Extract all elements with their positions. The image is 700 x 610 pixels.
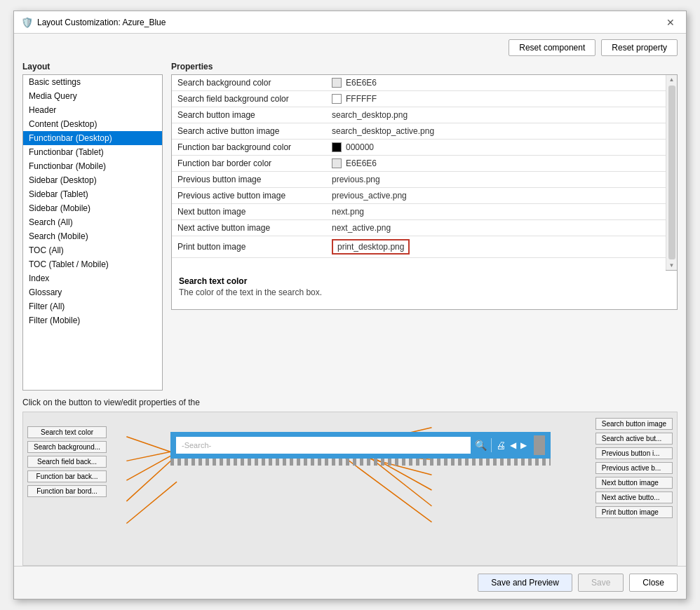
border-row xyxy=(170,459,551,466)
prop-name: Search background color xyxy=(172,75,326,91)
layout-label: Layout xyxy=(22,62,163,72)
layout-item-functionbar-tablet[interactable]: Functionbar (Tablet) xyxy=(23,145,162,159)
layout-item-media-query[interactable]: Media Query xyxy=(23,89,162,103)
svg-line-2 xyxy=(126,452,177,480)
print-icon: 🖨 xyxy=(496,440,506,451)
preview-section: Click on the button to view/edit propert… xyxy=(14,398,686,566)
properties-table: Search background color E6E6E6 Search fi… xyxy=(172,75,666,271)
main-content: Layout Basic settings Media Query Header… xyxy=(14,62,686,391)
properties-label: Properties xyxy=(171,62,678,72)
close-icon[interactable]: ✕ xyxy=(662,15,679,29)
prop-value: previous.png xyxy=(326,172,666,188)
prop-name: Function bar background color xyxy=(172,140,326,156)
left-annotations: Search text color Search background... S… xyxy=(27,426,107,497)
btn-previous-active-b[interactable]: Previous active b... xyxy=(595,462,673,474)
save-button[interactable]: Save xyxy=(578,574,624,592)
search-input[interactable] xyxy=(176,437,471,454)
layout-item-toc-all[interactable]: TOC (All) xyxy=(23,243,162,257)
prop-row-search-btn-img[interactable]: Search button image search_desktop.png xyxy=(172,107,666,123)
layout-item-content-desktop[interactable]: Content (Desktop) xyxy=(23,117,162,131)
prop-value: FFFFFF xyxy=(326,91,666,107)
prop-row-prev-active-btn-img[interactable]: Previous active button image previous_ac… xyxy=(172,188,666,204)
color-swatch-e6e6e6 xyxy=(332,78,342,88)
layout-item-filter-mobile[interactable]: Filter (Mobile) xyxy=(23,313,162,327)
right-panel: Properties Search background color E6E6E… xyxy=(171,62,678,391)
layout-item-toc-tablet-mobile[interactable]: TOC (Tablet / Mobile) xyxy=(23,257,162,271)
prop-value: E6E6E6 xyxy=(326,156,666,172)
layout-item-header[interactable]: Header xyxy=(23,103,162,117)
btn-search-text-color[interactable]: Search text color xyxy=(27,426,107,438)
btn-search-active-but[interactable]: Search active but... xyxy=(595,433,673,445)
description-title: Search text color xyxy=(179,276,670,286)
layout-item-functionbar-desktop[interactable]: Functionbar (Desktop) xyxy=(23,131,162,145)
layout-item-functionbar-mobile[interactable]: Functionbar (Mobile) xyxy=(23,159,162,173)
prop-row-fb-border-color[interactable]: Function bar border color E6E6E6 xyxy=(172,156,666,172)
svg-line-1 xyxy=(126,451,177,461)
prop-row-search-bg-color[interactable]: Search background color E6E6E6 xyxy=(172,75,666,91)
toolbar: Reset component Reset property xyxy=(14,34,686,62)
prop-name: Next button image xyxy=(172,204,326,220)
btn-search-background[interactable]: Search background... xyxy=(27,441,107,453)
btn-search-button-image[interactable]: Search button image xyxy=(595,418,673,430)
prop-name: Print button image xyxy=(172,236,326,258)
prop-value: search_desktop_active.png xyxy=(326,123,666,140)
btn-search-field-back[interactable]: Search field back... xyxy=(27,456,107,468)
footer: Save and Preview Save Close xyxy=(14,566,686,599)
prop-name: Search field background color xyxy=(172,91,326,107)
layout-list[interactable]: Basic settings Media Query Header Conten… xyxy=(22,74,163,391)
prop-row-next-btn-img[interactable]: Next button image next.png xyxy=(172,204,666,220)
prop-row-next-active-btn-img[interactable]: Next active button image next_active.png xyxy=(172,220,666,236)
title-bar: 🛡️ Layout Customization: Azure_Blue ✕ xyxy=(14,11,686,34)
app-icon: 🛡️ xyxy=(21,17,33,28)
layout-item-search-all[interactable]: Search (All) xyxy=(23,215,162,229)
layout-item-basic-settings[interactable]: Basic settings xyxy=(23,75,162,89)
layout-item-sidebar-tablet[interactable]: Sidebar (Tablet) xyxy=(23,187,162,201)
prop-value: E6E6E6 xyxy=(326,75,666,91)
reset-component-button[interactable]: Reset component xyxy=(509,39,595,56)
dialog: 🛡️ Layout Customization: Azure_Blue ✕ Re… xyxy=(13,11,687,599)
btn-next-active-butto[interactable]: Next active butto... xyxy=(595,492,673,503)
dialog-title: Layout Customization: Azure_Blue xyxy=(37,18,166,27)
description-text: The color of the text in the search box. xyxy=(179,287,670,297)
layout-item-filter-all[interactable]: Filter (All) xyxy=(23,299,162,313)
prop-name: Function bar border color xyxy=(172,156,326,172)
close-button[interactable]: Close xyxy=(629,574,678,592)
prop-row-search-active-btn[interactable]: Search active button image search_deskto… xyxy=(172,123,666,140)
btn-next-button-image[interactable]: Next button image xyxy=(595,477,673,489)
scrollbar[interactable]: ▲ ▼ xyxy=(666,75,677,270)
search-icon: 🔍 xyxy=(475,440,487,451)
layout-item-sidebar-mobile[interactable]: Sidebar (Mobile) xyxy=(23,201,162,215)
color-swatch-000000 xyxy=(332,142,342,152)
preview-label: Click on the button to view/edit propert… xyxy=(22,398,678,407)
prop-row-search-field-bg[interactable]: Search field background color FFFFFF xyxy=(172,91,666,107)
btn-function-bar-bord[interactable]: Function bar bord... xyxy=(27,485,107,497)
prop-row-print-btn-img[interactable]: Print button image print_desktop.png xyxy=(172,236,666,258)
prop-row-prev-btn-img[interactable]: Previous button image previous.png xyxy=(172,172,666,188)
prop-value: print_desktop.png xyxy=(326,236,666,258)
handle-icon xyxy=(534,435,545,455)
prop-name: Search button image xyxy=(172,107,326,123)
separator xyxy=(491,438,492,452)
layout-item-sidebar-desktop[interactable]: Sidebar (Desktop) xyxy=(23,173,162,187)
prev-icon: ◀ xyxy=(510,440,516,450)
prop-row-fb-bg-color[interactable]: Function bar background color 000000 xyxy=(172,140,666,156)
svg-line-3 xyxy=(126,455,177,501)
prop-value: next_active.png xyxy=(326,220,666,236)
btn-function-bar-back[interactable]: Function bar back... xyxy=(27,470,107,482)
layout-item-index[interactable]: Index xyxy=(23,271,162,285)
svg-line-0 xyxy=(126,437,177,454)
next-icon: ▶ xyxy=(520,440,527,450)
prop-value: search_desktop.png xyxy=(326,107,666,123)
btn-previous-button-i[interactable]: Previous button i... xyxy=(595,447,673,459)
prop-name: Next active button image xyxy=(172,220,326,236)
left-panel: Layout Basic settings Media Query Header… xyxy=(22,62,163,391)
color-swatch-ffffff xyxy=(332,94,342,104)
layout-item-glossary[interactable]: Glossary xyxy=(23,285,162,299)
layout-item-search-mobile[interactable]: Search (Mobile) xyxy=(23,229,162,243)
reset-property-button[interactable]: Reset property xyxy=(601,39,678,56)
functionbar-preview: 🔍 🖨 ◀ ▶ xyxy=(170,432,551,466)
save-preview-button[interactable]: Save and Preview xyxy=(478,574,572,592)
btn-print-button-image[interactable]: Print button image xyxy=(595,506,673,518)
title-bar-left: 🛡️ Layout Customization: Azure_Blue xyxy=(21,17,166,28)
highlighted-print-value: print_desktop.png xyxy=(332,239,410,255)
